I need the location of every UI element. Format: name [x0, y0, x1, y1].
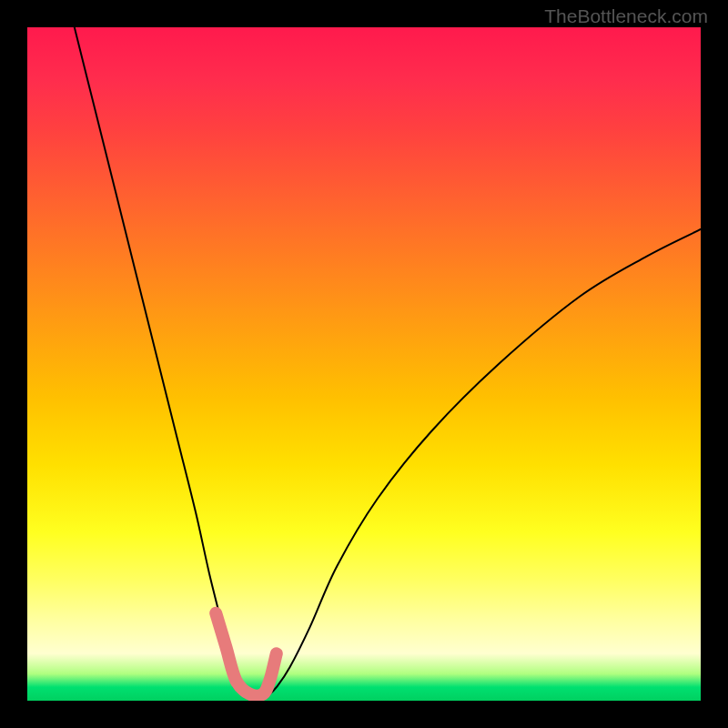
chart-background-gradient [27, 27, 701, 701]
watermark-text: TheBottleneck.com [544, 5, 708, 27]
